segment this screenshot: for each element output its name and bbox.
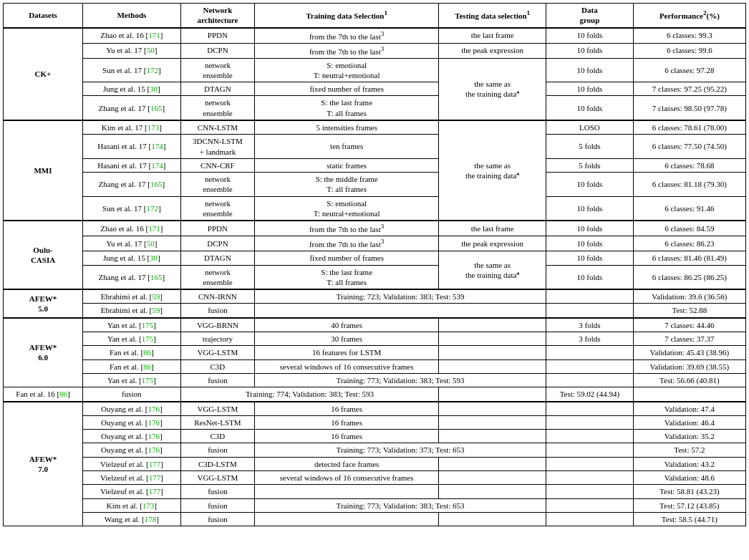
arch-cell: PPDN [180, 221, 254, 236]
performance-cell: 6 classes: 97.28 [633, 58, 745, 82]
training-cell: 40 frames [255, 318, 439, 332]
table-row: Fan et al. [86]C3Dseveral windows of 16 … [4, 359, 746, 373]
performance-cell: 6 classes: 99.6 [633, 43, 745, 58]
method-cell: Fan et al. [86] [83, 359, 181, 373]
col-header-datagroup: Datagroup [546, 4, 634, 28]
training-cell: from the 7th to the last3 [255, 43, 439, 58]
method-cell: Zhang et al. 17 [165] [83, 173, 181, 197]
data-group-cell: 10 folds [546, 82, 634, 96]
arch-cell: C3D [180, 359, 254, 373]
method-cell: Hasani et al. 17 [174] [83, 158, 181, 172]
col-header-performance: Performance2(%) [633, 4, 745, 28]
method-cell: Ouyang et al. [176] [83, 443, 181, 457]
arch-cell: networkensemble [180, 173, 254, 197]
dataset-cell: Oulu-CASIA [4, 221, 83, 289]
performance-cell: Validation: 35.2 [633, 430, 745, 443]
table-row: Ouyang et al. [176]C3D16 framesValidatio… [4, 430, 746, 443]
arch-cell: DTAGN [180, 82, 254, 96]
testing-cell [439, 346, 546, 359]
data-group-cell: 10 folds [546, 28, 634, 43]
training-cell: fixed number of frames [255, 82, 439, 96]
arch-cell: networkensemble [180, 58, 254, 82]
arch-cell: DTAGN [180, 251, 254, 265]
arch-cell: networkensemble [180, 265, 254, 289]
arch-cell: VGG-LSTM [180, 471, 254, 485]
method-cell: Sun et al. 17 [172] [83, 58, 181, 82]
performance-cell: Test: 57.12 (43.85) [633, 498, 745, 512]
data-group-cell [546, 471, 634, 485]
performance-cell: Test: 59.02 (44.94) [546, 387, 634, 402]
table-row: Ebrahimi et al. [59]fusionTest: 52.88 [4, 304, 746, 318]
data-group-cell: 3 folds [546, 318, 634, 332]
training-cell: ten frames [255, 135, 439, 159]
table-row: Hasani et al. 17 [174]CNN-CRFstatic fram… [4, 158, 746, 172]
testing-cell: the last frame [439, 221, 546, 236]
data-group-cell [546, 289, 634, 304]
data-group-cell: 10 folds [546, 251, 634, 265]
testing-cell [439, 402, 546, 416]
testing-cell [439, 332, 546, 346]
arch-cell: C3D [180, 430, 254, 443]
table-row: Ouyang et al. [176]fusionTraining: 773; … [4, 443, 746, 457]
data-group-cell [546, 373, 634, 387]
training-cell [255, 485, 439, 498]
training-cell: several windows of 16 consecutive frames [255, 471, 439, 485]
table-row: Yan et al. [175]trajectory30 frames3 fol… [4, 332, 746, 346]
table-row: Yu et al. 17 [50]DCPNfrom the 7th to the… [4, 236, 746, 251]
performance-cell: 6 classes: 86.23 [633, 236, 745, 251]
data-group-cell [546, 457, 634, 470]
method-cell: Zhao et al. 16 [171] [83, 28, 181, 43]
training-cell: Training: 773; Validation: 383; Test: 65… [255, 498, 546, 512]
arch-cell: networkensemble [180, 196, 254, 221]
method-cell: Yu et al. 17 [50] [83, 43, 181, 58]
table-row: Sun et al. 17 [172]networkensembleS: emo… [4, 58, 746, 82]
performance-cell: 7 classes: 98.50 (97.78) [633, 96, 745, 120]
arch-cell: DCPN [180, 236, 254, 251]
method-cell: Yan et al. [175] [83, 373, 181, 387]
method-cell: Zhang et al. 17 [165] [83, 96, 181, 120]
data-group-cell [546, 304, 634, 318]
arch-cell: fusion [180, 512, 254, 526]
testing-cell [439, 512, 546, 526]
training-cell: S: the middle frameT: all frames [255, 173, 439, 197]
arch-cell: PPDN [180, 28, 254, 43]
training-cell: several windows of 16 consecutive frames [255, 359, 439, 373]
data-group-cell [546, 485, 634, 498]
training-cell: static frames [255, 158, 439, 172]
table-row: Fan et al. [86]VGG-LSTM16 features for L… [4, 346, 746, 359]
method-cell: Vielzeuf et al. [177] [83, 471, 181, 485]
arch-cell: VGG-BRNN [180, 318, 254, 332]
method-cell: Jung et al. 15 [30] [83, 251, 181, 265]
method-cell: Vielzeuf et al. [177] [83, 457, 181, 470]
training-cell: S: emotionalT: neutral+emotional [255, 196, 439, 221]
performance-cell: 6 classes: 86.25 (86.25) [633, 265, 745, 289]
table-row: Jung et al. 15 [30]DTAGNfixed number of … [4, 251, 746, 265]
method-cell: Hasani et al. 17 [174] [83, 135, 181, 159]
testing-cell: the same asthe training data⁴ [439, 251, 546, 289]
table-row: Vielzeuf et al. [177]C3D-LSTMdetected fa… [4, 457, 746, 470]
method-cell: Wang et al. [178] [83, 512, 181, 526]
method-cell: Ebrahimi et al. [59] [83, 304, 181, 318]
testing-cell: the same asthe training data⁴ [439, 58, 546, 120]
table-row: Yu et al. 17 [50]DCPNfrom the 7th to the… [4, 43, 746, 58]
data-group-cell: 10 folds [546, 58, 634, 82]
dataset-cell: CK+ [4, 28, 83, 120]
data-group-cell [546, 359, 634, 373]
data-group-cell: 5 folds [546, 158, 634, 172]
performance-cell: Test: 56.66 (40.81) [633, 373, 745, 387]
testing-cell [439, 318, 546, 332]
method-cell: Vielzeuf et al. [177] [83, 485, 181, 498]
data-group-cell [546, 346, 634, 359]
performance-cell: Test: 58.81 (43.23) [633, 485, 745, 498]
data-group-cell [546, 415, 634, 429]
testing-cell: the peak expression [439, 236, 546, 251]
training-cell: Training: 723; Validation: 383; Test: 53… [255, 289, 546, 304]
arch-cell: CNN-IRNN [180, 289, 254, 304]
dataset-cell: MMI [4, 120, 83, 221]
table-row: Yan et al. [175]fusionTraining: 773; Val… [4, 373, 746, 387]
training-cell: fixed number of frames [255, 251, 439, 265]
arch-cell: fusion [180, 304, 254, 318]
table-row: Zhang et al. 17 [165]networkensembleS: t… [4, 265, 746, 289]
arch-cell: VGG-LSTM [180, 346, 254, 359]
data-group-cell: 10 folds [546, 96, 634, 120]
